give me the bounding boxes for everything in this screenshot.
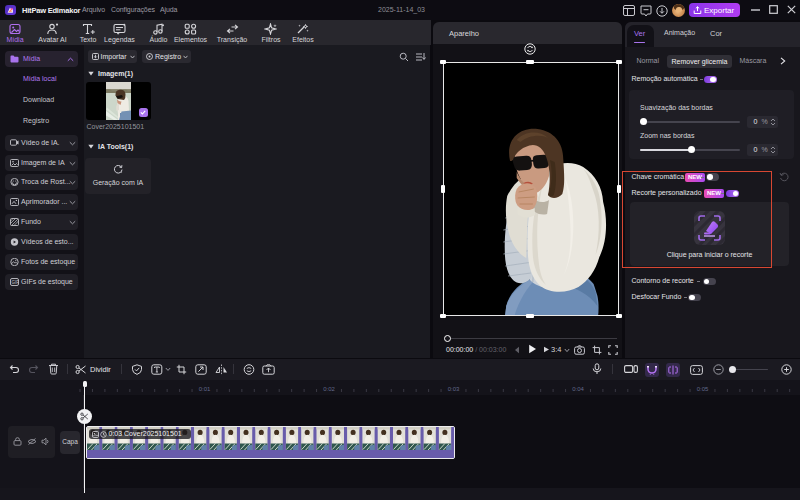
svg-text:0:02: 0:02 [323, 386, 335, 392]
svg-text:0:01: 0:01 [199, 386, 211, 392]
svg-text:GIF: GIF [11, 280, 19, 285]
svg-text:0:05: 0:05 [697, 386, 709, 392]
svg-text:0:04: 0:04 [572, 386, 584, 392]
svg-text:0:03: 0:03 [448, 386, 460, 392]
